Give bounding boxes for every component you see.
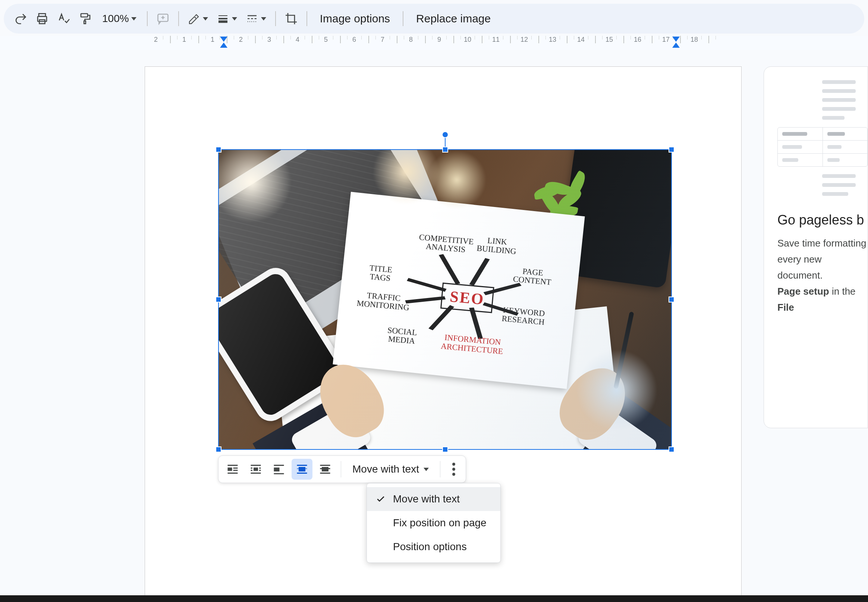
image-content: SEO COMPETITIVE ANALYSIS LINK BUILDING T… xyxy=(219,150,671,449)
indent-left-handle[interactable] xyxy=(220,43,227,48)
ruler-label: 7 xyxy=(381,36,384,44)
svg-rect-33 xyxy=(274,468,280,472)
indent-right-handle[interactable] xyxy=(672,37,680,42)
spellcheck-button[interactable] xyxy=(54,9,74,29)
menu-move-with-text[interactable]: Move with text xyxy=(367,487,500,511)
svg-rect-25 xyxy=(251,465,261,466)
svg-rect-32 xyxy=(274,465,284,466)
menu-item-label: Position options xyxy=(393,541,467,553)
resize-handle-e[interactable] xyxy=(669,296,675,303)
separator xyxy=(440,461,440,478)
svg-rect-37 xyxy=(297,468,307,469)
svg-rect-22 xyxy=(233,468,238,469)
paint-format-button[interactable] xyxy=(75,9,95,29)
ruler-label: 1 xyxy=(211,36,215,44)
border-weight-button[interactable] xyxy=(213,9,241,29)
wrap-front-button[interactable] xyxy=(315,459,336,480)
ruler-label: 2 xyxy=(239,36,243,44)
ruler-label: 9 xyxy=(437,36,441,44)
ruler-label: 13 xyxy=(549,36,556,44)
separator xyxy=(147,11,148,26)
svg-rect-31 xyxy=(251,473,261,474)
svg-rect-29 xyxy=(251,470,253,471)
zoom-select[interactable]: 100% xyxy=(97,13,142,25)
mock-table xyxy=(778,127,868,167)
border-color-button[interactable] xyxy=(184,9,212,29)
resize-handle-nw[interactable] xyxy=(216,147,221,152)
replace-image-button[interactable]: Replace image xyxy=(409,9,498,29)
resize-handle-n[interactable] xyxy=(442,147,448,152)
chevron-down-icon xyxy=(423,468,429,471)
ruler-label: 1 xyxy=(182,36,186,44)
page[interactable]: SEO COMPETITIVE ANALYSIS LINK BUILDING T… xyxy=(145,66,742,600)
chevron-down-icon xyxy=(232,17,237,20)
ruler-label: 4 xyxy=(296,36,299,44)
more-options-button[interactable] xyxy=(446,459,462,480)
wrap-behind-button[interactable] xyxy=(291,459,313,480)
resize-handle-s[interactable] xyxy=(442,447,448,452)
bottom-bar xyxy=(0,595,868,602)
wrap-inline-button[interactable] xyxy=(222,459,243,480)
panel-body: Save time formatting every new document.… xyxy=(778,235,868,315)
ruler-label: 6 xyxy=(352,36,356,44)
svg-rect-24 xyxy=(228,473,238,474)
ruler-label: 17 xyxy=(662,36,670,44)
menu-position-options[interactable]: Position options xyxy=(367,535,500,559)
svg-rect-41 xyxy=(322,467,328,471)
resize-handle-ne[interactable] xyxy=(669,147,675,152)
menu-fix-position[interactable]: Fix position on page xyxy=(367,511,500,535)
svg-rect-34 xyxy=(274,473,284,475)
svg-point-44 xyxy=(452,468,455,471)
wrap-text-button[interactable] xyxy=(245,459,266,480)
menu-item-label: Move with text xyxy=(393,493,460,505)
svg-rect-26 xyxy=(253,468,258,471)
position-dropdown-menu: Move with text Fix position on page Posi… xyxy=(367,483,501,563)
svg-rect-42 xyxy=(320,473,330,474)
toolbar: 100% Image options Replace image xyxy=(4,4,864,34)
chevron-down-icon xyxy=(131,17,136,20)
rotate-handle[interactable] xyxy=(442,131,449,138)
chevron-down-icon xyxy=(261,17,266,20)
redo-button[interactable] xyxy=(11,9,31,29)
position-dropdown-button[interactable]: Move with text xyxy=(347,459,435,480)
separator xyxy=(275,11,276,26)
svg-point-43 xyxy=(452,463,455,466)
ruler-label: 8 xyxy=(409,36,413,44)
svg-rect-39 xyxy=(320,465,330,466)
document-canvas[interactable]: SEO COMPETITIVE ANALYSIS LINK BUILDING T… xyxy=(0,48,868,602)
svg-rect-28 xyxy=(259,468,261,469)
border-dash-button[interactable] xyxy=(242,9,270,29)
ruler-label: 18 xyxy=(690,36,698,44)
wrap-break-button[interactable] xyxy=(268,459,289,480)
svg-rect-23 xyxy=(233,470,238,471)
panel-heading: Go pageless b xyxy=(778,212,868,228)
chevron-down-icon xyxy=(203,17,208,20)
add-comment-button xyxy=(153,9,173,29)
ruler-label: 11 xyxy=(492,36,500,44)
ruler-label: 10 xyxy=(464,36,471,44)
mock-paragraph xyxy=(822,174,868,196)
separator xyxy=(403,11,403,26)
pageless-panel: Go pageless b Save time formatting every… xyxy=(764,66,868,428)
image-float-toolbar: Move with text xyxy=(218,455,466,483)
image-options-button[interactable]: Image options xyxy=(313,9,397,29)
resize-handle-w[interactable] xyxy=(216,296,221,303)
selected-image[interactable]: SEO COMPETITIVE ANALYSIS LINK BUILDING T… xyxy=(218,149,672,450)
print-button[interactable] xyxy=(32,9,52,29)
svg-rect-27 xyxy=(251,468,253,469)
ruler-label: 15 xyxy=(606,36,613,44)
menu-item-label: Fix position on page xyxy=(393,517,486,529)
zoom-value: 100% xyxy=(102,13,129,25)
ruler-label: 3 xyxy=(267,36,271,44)
ruler-label: 5 xyxy=(324,36,328,44)
svg-rect-21 xyxy=(228,468,232,471)
svg-rect-20 xyxy=(228,465,238,466)
separator xyxy=(178,11,179,26)
check-icon xyxy=(375,494,386,504)
crop-button[interactable] xyxy=(281,9,301,29)
separator xyxy=(341,461,341,478)
resize-handle-sw[interactable] xyxy=(216,447,221,452)
position-dropdown-label: Move with text xyxy=(352,463,419,475)
svg-rect-3 xyxy=(81,14,87,17)
resize-handle-se[interactable] xyxy=(669,447,675,452)
